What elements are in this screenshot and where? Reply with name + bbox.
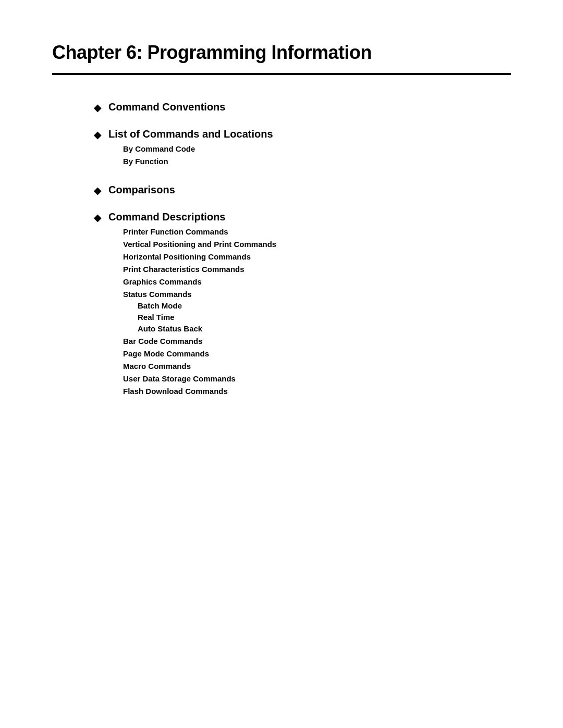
toc-label-print-characteristics: Print Characteristics Commands — [123, 265, 244, 274]
toc-label-page-mode-commands: Page Mode Commands — [123, 349, 209, 358]
toc-item-user-data-storage: User Data Storage Commands — [123, 374, 276, 384]
toc-item-printer-function: Printer Function Commands — [123, 227, 276, 237]
toc-item-flash-download: Flash Download Commands — [123, 387, 276, 396]
toc-label-horizontal-positioning: Horizontal Positioning Commands — [123, 252, 251, 261]
toc-label-list-commands: List of Commands and Locations — [108, 128, 273, 140]
toc-item-status-commands: Status Commands Batch Mode Real Time Aut… — [123, 290, 276, 334]
toc-label-auto-status-back: Auto Status Back — [138, 324, 202, 333]
toc-item-graphics-commands: Graphics Commands — [123, 277, 276, 287]
toc-label-graphics-commands: Graphics Commands — [123, 277, 202, 286]
toc-item-real-time: Real Time — [138, 313, 276, 322]
chapter-title: Chapter 6: Programming Information — [52, 42, 511, 64]
toc-label-status-commands: Status Commands — [123, 290, 192, 299]
bullet-diamond-4: ◆ — [94, 212, 101, 224]
toc-label-user-data-storage: User Data Storage Commands — [123, 374, 236, 383]
toc-label-real-time: Real Time — [138, 313, 175, 322]
toc-item-list-commands: ◆ List of Commands and Locations By Comm… — [94, 128, 511, 169]
toc-label-command-descriptions: Command Descriptions — [108, 211, 276, 223]
toc-item-comparisons: ◆ Comparisons — [94, 184, 511, 196]
toc-item-print-characteristics: Print Characteristics Commands — [123, 265, 276, 274]
toc-label-bar-code-commands: Bar Code Commands — [123, 337, 203, 346]
toc-label-comparisons: Comparisons — [108, 184, 175, 196]
toc-list: ◆ Command Conventions ◆ List of Commands… — [94, 101, 511, 399]
toc-label-printer-function: Printer Function Commands — [123, 227, 228, 236]
toc-label-flash-download: Flash Download Commands — [123, 387, 228, 396]
toc-sublevel-list-commands: By Command Code By Function — [123, 144, 273, 169]
toc-item-bar-code-commands: Bar Code Commands — [123, 337, 276, 346]
toc-label-macro-commands: Macro Commands — [123, 362, 191, 371]
toc-item-command-descriptions: ◆ Command Descriptions Printer Function … — [94, 211, 511, 399]
toc-sublevel-status-commands: Batch Mode Real Time Auto Status Back — [138, 301, 276, 334]
toc-label-command-conventions: Command Conventions — [108, 101, 225, 113]
toc-item-macro-commands: Macro Commands — [123, 362, 276, 371]
toc-item-vertical-positioning: Vertical Positioning and Print Commands — [123, 240, 276, 249]
toc-sublevel-command-descriptions: Printer Function Commands Vertical Posit… — [123, 227, 276, 399]
chapter-divider — [52, 73, 511, 75]
toc-label-vertical-positioning: Vertical Positioning and Print Commands — [123, 240, 276, 249]
toc-item-horizontal-positioning: Horizontal Positioning Commands — [123, 252, 276, 262]
bullet-diamond-3: ◆ — [94, 185, 101, 196]
bullet-diamond-1: ◆ — [94, 102, 101, 114]
page: Chapter 6: Programming Information ◆ Com… — [0, 0, 563, 728]
toc-label-by-function: By Function — [123, 157, 168, 166]
toc-item-batch-mode: Batch Mode — [138, 301, 276, 311]
toc-item-command-conventions: ◆ Command Conventions — [94, 101, 511, 114]
toc-item-auto-status-back: Auto Status Back — [138, 324, 276, 334]
toc-label-batch-mode: Batch Mode — [138, 301, 182, 310]
toc-item-page-mode-commands: Page Mode Commands — [123, 349, 276, 359]
toc-item-by-function: By Function — [123, 157, 273, 166]
toc-label-by-command-code: By Command Code — [123, 144, 195, 153]
toc-item-by-command-code: By Command Code — [123, 144, 273, 154]
bullet-diamond-2: ◆ — [94, 129, 101, 141]
